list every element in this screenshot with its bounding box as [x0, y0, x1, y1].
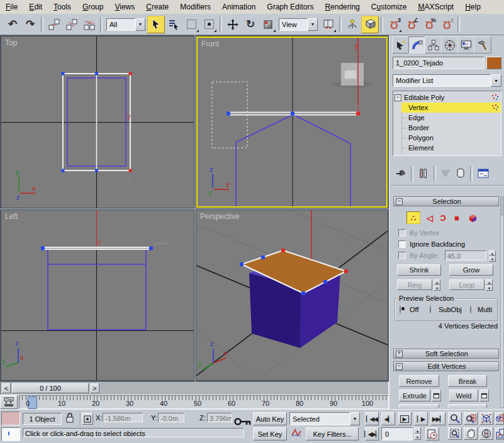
select-and-manipulate-button[interactable]: [344, 16, 361, 33]
polygon-subobject-button[interactable]: ■: [451, 211, 462, 224]
menu-file[interactable]: File: [0, 1, 23, 13]
select-object-button[interactable]: [147, 16, 165, 33]
pan-view-button[interactable]: [464, 427, 478, 440]
menu-help[interactable]: Help: [459, 1, 486, 13]
spinner-down-icon[interactable]: ▾: [414, 434, 421, 440]
menu-modifiers[interactable]: Modifiers: [174, 1, 216, 13]
key-filters-button[interactable]: Key Filters...: [306, 427, 359, 440]
open-mini-curve-editor-button[interactable]: [0, 395, 18, 409]
zoom-extents-button[interactable]: [479, 412, 493, 425]
previous-frame-button[interactable]: ◀▏: [381, 412, 395, 425]
tab-modify[interactable]: [408, 36, 426, 53]
menu-animation[interactable]: Animation: [216, 1, 261, 13]
by-angle-spinner[interactable]: ▴▾: [489, 250, 496, 262]
maximize-viewport-toggle-button[interactable]: [495, 427, 504, 440]
time-slider-prev-button[interactable]: <: [2, 383, 11, 393]
key-mode-toggle-button[interactable]: ▏◀▶▏: [365, 427, 379, 440]
time-slider-next-button[interactable]: >: [90, 383, 99, 393]
border-subobject-button[interactable]: Ɔ: [438, 211, 448, 224]
menu-rendering[interactable]: Rendering: [319, 1, 365, 13]
stack-item-element[interactable]: Element: [393, 143, 501, 153]
spinner-snap-toggle-button[interactable]: Ω↕: [438, 16, 456, 33]
spinner-down-icon[interactable]: ▾: [489, 256, 496, 262]
extrude-settings-button[interactable]: [432, 390, 441, 401]
element-subobject-button[interactable]: [466, 211, 479, 224]
weld-settings-button[interactable]: [479, 390, 489, 401]
select-and-scale-button[interactable]: [259, 16, 277, 33]
tab-create[interactable]: [392, 36, 410, 53]
remove-modifier-button[interactable]: [453, 168, 468, 179]
extrude-button[interactable]: Extrude: [399, 390, 430, 401]
selection-lock-toggle[interactable]: [65, 413, 76, 425]
preview-multi-radio[interactable]: [470, 305, 471, 314]
stack-item-edge[interactable]: Edge: [393, 113, 501, 123]
object-name-field[interactable]: 1_0200_Tejado: [393, 57, 484, 69]
make-unique-button[interactable]: [438, 169, 453, 179]
arc-rotate-button[interactable]: [479, 427, 493, 440]
panel-scrollbar[interactable]: [500, 196, 504, 408]
tab-hierarchy[interactable]: [425, 36, 442, 53]
viewport-top[interactable]: y z y z x Top: [1, 36, 194, 208]
unlink-selection-button[interactable]: [63, 16, 81, 33]
ignore-backfacing-checkbox[interactable]: [398, 240, 406, 248]
percent-snap-toggle-button[interactable]: Ω%: [420, 16, 438, 33]
viewport-top-label[interactable]: Top: [5, 38, 17, 47]
current-frame-field[interactable]: 0: [381, 427, 413, 440]
window-crossing-toggle-button[interactable]: [200, 16, 218, 33]
viewport-divider-horizontal[interactable]: [0, 208, 389, 210]
maxscript-mini-listener-white[interactable]: [1, 427, 20, 441]
viewport-perspective[interactable]: x z y x Pe: [196, 210, 388, 380]
animation-filter-dropdown[interactable]: Selected: [289, 412, 350, 425]
remove-button[interactable]: Remove: [399, 375, 439, 387]
region-zoom-button[interactable]: [448, 427, 462, 440]
panel-scrollbar-thumb[interactable]: [501, 197, 503, 215]
collapse-icon[interactable]: −: [395, 94, 401, 101]
next-frame-button[interactable]: ▏▶: [414, 412, 428, 425]
modifier-stack-list[interactable]: −Editable PolyVertexEdgeBorderPolygonEle…: [393, 91, 501, 156]
grow-button[interactable]: Grow: [449, 264, 493, 276]
play-animation-button[interactable]: ▶: [398, 412, 412, 425]
preview-subobj-radio[interactable]: [430, 305, 431, 314]
rectangular-selection-region-button[interactable]: [182, 16, 200, 33]
absolute-offset-mode-toggle[interactable]: [82, 413, 93, 425]
show-end-result-button[interactable]: [415, 169, 432, 179]
viewport-perspective-label[interactable]: Perspective: [200, 212, 240, 221]
select-and-move-button[interactable]: [224, 16, 242, 33]
select-by-name-button[interactable]: [165, 16, 182, 33]
object-color-swatch[interactable]: [486, 57, 501, 69]
tab-display[interactable]: [457, 36, 475, 53]
selection-rollout-header[interactable]: − Selection: [393, 196, 499, 206]
viewport-front-active[interactable]: y z z y x Front: [196, 36, 388, 208]
menu-create[interactable]: Create: [140, 1, 174, 13]
x-coordinate-field[interactable]: -1,586m: [103, 413, 143, 422]
spinner-up-icon[interactable]: ▴: [414, 427, 421, 434]
vertex-subobject-button[interactable]: ∴: [406, 211, 420, 224]
zoom-button[interactable]: [448, 412, 462, 425]
menu-tools[interactable]: Tools: [48, 1, 77, 13]
zoom-extents-all-button[interactable]: [495, 412, 504, 425]
reference-coordinate-system-dropdown[interactable]: View ▼: [279, 18, 318, 31]
preview-off-radio[interactable]: [400, 305, 401, 314]
undo-button[interactable]: ↶: [4, 16, 21, 33]
modifier-list-dropdown[interactable]: Modifier List: [393, 74, 491, 87]
dropdown-arrow-icon[interactable]: ▼: [308, 18, 318, 31]
edit-vertices-rollout-header[interactable]: − Edit Vertices: [393, 361, 499, 371]
menu-graph-editors[interactable]: Graph Editors: [261, 1, 319, 13]
dropdown-arrow-icon[interactable]: ▼: [135, 18, 145, 31]
modifier-list-arrow[interactable]: ▼: [491, 74, 501, 87]
auto-key-button[interactable]: Auto Key: [253, 412, 287, 425]
menu-maxscript[interactable]: MAXScript: [413, 1, 460, 13]
configure-modifier-sets-button[interactable]: [474, 169, 492, 179]
viewport-left-label[interactable]: Left: [5, 212, 18, 221]
weld-button[interactable]: Weld: [449, 390, 478, 401]
snaps-toggle-button[interactable]: Ω3: [385, 16, 403, 33]
time-slider-handle[interactable]: 0 / 100: [12, 383, 89, 393]
zoom-all-button[interactable]: [464, 412, 478, 425]
go-to-start-button[interactable]: ▏◀◀: [365, 412, 379, 425]
time-configuration-button[interactable]: [425, 427, 439, 440]
frame-spinner[interactable]: ▴▾: [414, 427, 421, 440]
stack-item-editable-poly[interactable]: −Editable Poly: [393, 93, 501, 103]
tab-utilities[interactable]: [474, 36, 491, 53]
viewport-front-label[interactable]: Front: [201, 40, 219, 48]
set-key-button[interactable]: Set Key: [253, 427, 287, 440]
